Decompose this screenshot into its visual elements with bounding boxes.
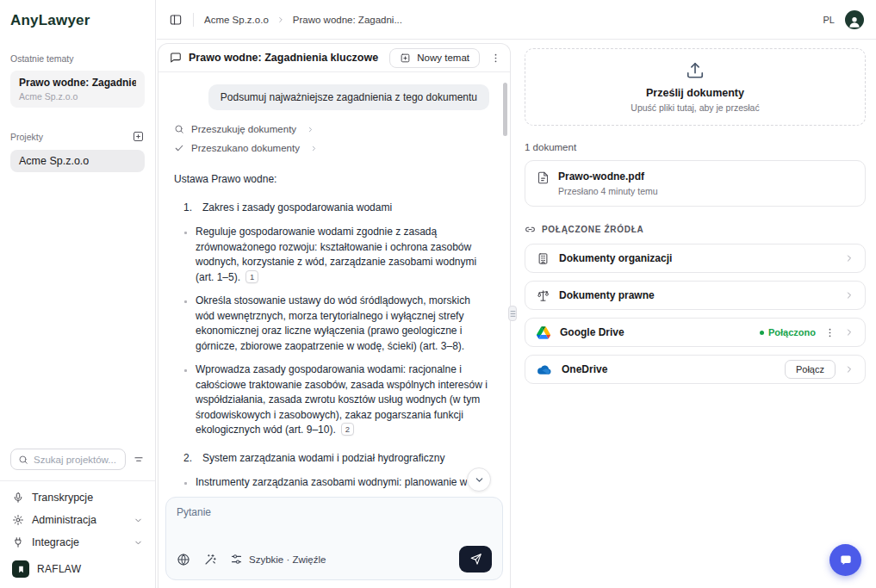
chat-header: Prawo wodne: Zagadnienia kluczowe Nowy t…	[158, 44, 510, 72]
chat-messages: Podsumuj najważniejsze zagadnienia z teg…	[158, 72, 510, 493]
upload-dropzone[interactable]: Prześlij dokumenty Upuść pliki tutaj, ab…	[525, 48, 866, 126]
sliders-icon	[230, 553, 243, 566]
recent-topic-title: Prawo wodne: Zagadnienia klucz	[19, 77, 136, 89]
globe-icon	[177, 553, 190, 566]
top-bar: Acme Sp.z.o.o Prawo wodne: Zagadni... PL	[157, 0, 876, 40]
outline-item: 1. Zakres i zasady gospodarowania wodami	[174, 201, 489, 216]
source-org-documents[interactable]: Dokumenty organizacji	[525, 244, 866, 273]
sidebar-item-integrations[interactable]: Integracje	[10, 531, 145, 554]
chevron-down-icon	[134, 516, 143, 525]
connect-button[interactable]: Połącz	[785, 360, 836, 379]
agent-step-searching[interactable]: Przeszukuję dokumenty	[174, 124, 314, 134]
send-icon	[469, 553, 482, 566]
microphone-icon	[12, 492, 24, 504]
status-label: Połączono	[768, 327, 816, 337]
breadcrumb: Acme Sp.z.o.o Prawo wodne: Zagadni...	[204, 15, 402, 25]
source-onedrive[interactable]: OneDrive Połącz	[525, 355, 866, 384]
plus-square-icon	[132, 130, 145, 143]
chevron-down-icon	[474, 474, 485, 486]
search-icon	[174, 124, 184, 134]
status-dot	[760, 331, 764, 335]
recent-topic-item[interactable]: Prawo wodne: Zagadnienia klucz Acme Sp.z…	[10, 71, 145, 108]
projects-label: Projekty	[10, 132, 43, 142]
source-label: Dokumenty prawne	[559, 289, 835, 301]
citation-chip[interactable]: 1	[245, 270, 258, 283]
documents-panel: Prześlij dokumenty Upuść pliki tutaj, ab…	[525, 48, 866, 392]
onedrive-icon	[537, 364, 552, 375]
outline-number: 2.	[183, 451, 196, 467]
divider	[0, 480, 155, 481]
filter-icon	[133, 454, 145, 466]
project-item[interactable]: Acme Sp.z.o.o	[10, 150, 145, 172]
file-icon	[537, 171, 550, 196]
connected-sources-header: POŁĄCZONE ŹRÓDŁA	[525, 224, 866, 235]
project-search	[10, 449, 126, 470]
chevron-right-icon	[276, 15, 285, 24]
chevron-right-icon	[310, 145, 318, 152]
outline-title: Zakres i zasady gospodarowania wodami	[202, 201, 392, 216]
project-search-input[interactable]	[34, 455, 118, 465]
filter-button[interactable]	[133, 454, 145, 466]
chat-menu-button[interactable]	[490, 53, 501, 64]
add-project-button[interactable]	[132, 130, 145, 143]
sidebar-item-transcriptions[interactable]: Transkrypcje	[10, 486, 145, 509]
sidebar-item-administration[interactable]: Administracja	[10, 509, 145, 531]
magic-wand-button[interactable]	[203, 553, 217, 566]
step-label: Przeszukuję dokumenty	[191, 124, 296, 134]
outline-item: 2. System zarządzania wodami i podział h…	[174, 451, 489, 467]
workspace-logo-icon	[12, 560, 29, 578]
question-composer: Szybkie · Zwięźle	[165, 497, 503, 580]
scales-icon	[537, 289, 550, 302]
send-button[interactable]	[459, 546, 492, 573]
recent-topics-label: Ostatnie tematy	[10, 53, 145, 64]
web-search-button[interactable]	[177, 553, 190, 566]
new-topic-button[interactable]: Nowy temat	[389, 48, 480, 68]
upload-title: Prześlij dokumenty	[646, 87, 744, 99]
chat-title: Prawo wodne: Zagadnienia kluczowe	[189, 52, 382, 64]
response-mode-selector[interactable]: Szybkie · Zwięźle	[230, 553, 326, 566]
agent-step-searched[interactable]: Przeszukano dokumenty	[174, 143, 318, 153]
breadcrumb-topic: Prawo wodne: Zagadni...	[293, 15, 402, 25]
panel-resize-handle[interactable]	[508, 306, 517, 321]
source-label: OneDrive	[562, 363, 775, 375]
breadcrumb-project[interactable]: Acme Sp.z.o.o	[204, 15, 269, 25]
kebab-menu-icon	[490, 53, 501, 64]
recent-topic-subtitle: Acme Sp.z.o.o	[19, 91, 136, 102]
source-google-drive[interactable]: Google Drive Połączono	[525, 318, 866, 347]
drive-menu-button[interactable]	[824, 327, 836, 338]
scroll-to-bottom-button[interactable]	[467, 467, 491, 492]
outline-title: System zarządzania wodami i podział hydr…	[202, 451, 444, 467]
question-input[interactable]	[177, 506, 492, 542]
connection-status: Połączono	[760, 327, 816, 337]
citation-chip[interactable]: 2	[341, 423, 354, 436]
documents-count: 1 dokument	[525, 142, 866, 152]
user-avatar[interactable]	[845, 10, 864, 29]
language-button[interactable]: PL	[823, 15, 835, 25]
kebab-menu-icon	[824, 327, 836, 338]
workspace-name: RAFLAW	[37, 563, 81, 575]
chevron-right-icon	[307, 126, 314, 133]
response-mode-label: Szybkie · Zwięźle	[249, 554, 326, 565]
search-icon	[18, 455, 28, 465]
outline-number: 1.	[183, 201, 196, 216]
new-topic-label: Nowy temat	[417, 53, 469, 63]
plug-icon	[12, 536, 24, 548]
connected-sources-label: POŁĄCZONE ŹRÓDŁA	[542, 225, 643, 234]
source-legal-documents[interactable]: Dokumenty prawne	[525, 281, 866, 310]
answer-bullet: Instrumenty zarządzania zasobami wodnymi…	[174, 475, 489, 493]
panel-left-icon	[169, 13, 183, 27]
google-drive-icon	[537, 326, 550, 339]
document-name: Prawo-wodne.pdf	[558, 170, 658, 183]
answer-bullet: Określa stosowanie ustawy do wód śródląd…	[174, 294, 489, 354]
bullet-text: Reguluje gospodarowanie wodami zgodnie z…	[196, 226, 476, 283]
support-chat-widget-button[interactable]	[829, 544, 861, 576]
answer-intro: Ustawa Prawo wodne:	[174, 172, 489, 188]
chevron-right-icon	[844, 253, 854, 263]
sidebar-toggle-button[interactable]	[169, 13, 183, 27]
app-logo[interactable]: AnyLawyer	[10, 12, 145, 29]
chat-scrollbar[interactable]	[503, 83, 507, 136]
bullet-marker	[184, 232, 187, 234]
magic-wand-icon	[203, 553, 217, 566]
document-card[interactable]: Prawo-wodne.pdf Przesłano 4 minuty temu	[525, 160, 866, 207]
workspace-switcher[interactable]: RAFLAW	[10, 554, 145, 578]
